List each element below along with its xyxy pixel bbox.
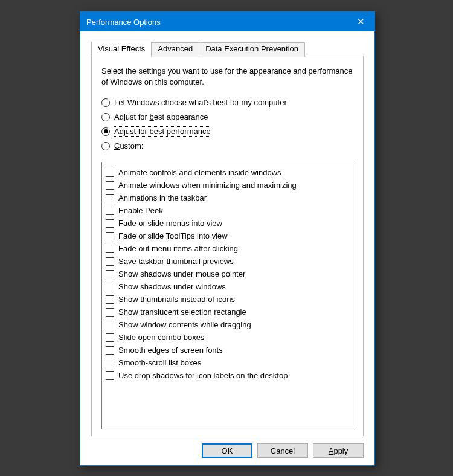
radio-best-appearance[interactable]: Adjust for best appearance	[101, 112, 353, 121]
client-area: Visual EffectsAdvancedData Execution Pre…	[80, 31, 374, 465]
list-item-label: Use drop shadows for icon labels on the …	[118, 371, 288, 380]
list-item[interactable]: Enable Peek	[106, 204, 349, 217]
list-item-label: Animations in the taskbar	[118, 193, 207, 202]
list-item-label: Smooth edges of screen fonts	[118, 346, 223, 355]
ok-button[interactable]: OK	[202, 443, 252, 458]
tab-strip: Visual EffectsAdvancedData Execution Pre…	[91, 41, 364, 56]
radio-icon	[101, 113, 110, 121]
list-item-label: Show thumbnails instead of icons	[118, 295, 235, 304]
checkbox-icon	[106, 219, 114, 228]
tab-data-execution-prevention[interactable]: Data Execution Prevention	[199, 42, 305, 57]
list-item[interactable]: Fade or slide ToolTips into view	[106, 230, 349, 242]
radio-icon	[101, 98, 110, 107]
checkbox-icon	[106, 283, 114, 291]
checkbox-icon	[106, 308, 114, 317]
radio-best-performance[interactable]: Adjust for best performance	[101, 127, 353, 136]
list-item-label: Save taskbar thumbnail previews	[118, 257, 234, 266]
list-item[interactable]: Animate windows when minimizing and maxi…	[106, 179, 349, 191]
list-item[interactable]: Show thumbnails instead of icons	[106, 293, 349, 306]
tabpanel-visual-effects: Select the settings you want to use for …	[91, 56, 364, 436]
checkbox-icon	[106, 321, 114, 329]
checkbox-icon	[106, 207, 114, 215]
performance-options-dialog: Performance Options ✕ Visual EffectsAdva…	[80, 11, 375, 466]
checkbox-icon	[106, 245, 114, 253]
radio-icon	[101, 142, 110, 150]
radio-label: Let Windows choose what's best for my co…	[114, 98, 287, 107]
list-item-label: Enable Peek	[118, 206, 163, 215]
checkbox-icon	[106, 270, 114, 278]
apply-label: Apply	[329, 446, 349, 455]
window-title: Performance Options	[80, 18, 161, 27]
list-item[interactable]: Save taskbar thumbnail previews	[106, 255, 349, 268]
close-button[interactable]: ✕	[347, 12, 374, 31]
list-item-label: Animate windows when minimizing and maxi…	[118, 181, 297, 190]
close-icon: ✕	[357, 16, 365, 27]
apply-button[interactable]: Apply	[313, 443, 364, 458]
list-item[interactable]: Smooth edges of screen fonts	[106, 344, 349, 356]
checkbox-icon	[106, 295, 114, 304]
list-item-label: Slide open combo boxes	[118, 333, 204, 342]
tab-label: Data Execution Prevention	[205, 44, 298, 53]
radio-icon	[101, 127, 110, 136]
checkbox-icon	[106, 232, 114, 240]
dialog-buttons: OK Cancel Apply	[91, 443, 364, 458]
list-item[interactable]: Show translucent selection rectangle	[106, 306, 349, 318]
list-item[interactable]: Smooth-scroll list boxes	[106, 356, 349, 369]
list-item[interactable]: Fade out menu items after clicking	[106, 242, 349, 255]
list-item[interactable]: Show window contents while dragging	[106, 318, 349, 331]
checkbox-icon	[106, 333, 114, 342]
effects-listbox[interactable]: Animate controls and elements inside win…	[101, 162, 353, 429]
list-item[interactable]: Show shadows under mouse pointer	[106, 268, 349, 280]
list-item-label: Smooth-scroll list boxes	[118, 358, 201, 367]
checkbox-icon	[106, 194, 114, 202]
list-item[interactable]: Fade or slide menus into view	[106, 217, 349, 230]
list-item-label: Show shadows under mouse pointer	[118, 269, 245, 278]
list-item-label: Show shadows under windows	[118, 282, 226, 291]
radio-label: Custom:	[114, 141, 143, 150]
list-item[interactable]: Animations in the taskbar	[106, 191, 349, 204]
list-item[interactable]: Use drop shadows for icon labels on the …	[106, 369, 349, 382]
radio-let-windows-choose[interactable]: Let Windows choose what's best for my co…	[101, 98, 353, 107]
tab-label: Visual Effects	[98, 44, 145, 53]
tab-visual-effects[interactable]: Visual Effects	[91, 42, 152, 56]
titlebar: Performance Options ✕	[80, 12, 374, 31]
checkbox-icon	[106, 181, 114, 190]
checkbox-icon	[106, 371, 114, 380]
radio-label: Adjust for best appearance	[114, 112, 208, 121]
list-item-label: Show translucent selection rectangle	[118, 307, 246, 317]
radio-custom[interactable]: Custom:	[101, 141, 353, 150]
list-item[interactable]: Animate controls and elements inside win…	[106, 166, 349, 179]
checkbox-icon	[106, 359, 114, 367]
checkbox-icon	[106, 346, 114, 355]
cancel-button[interactable]: Cancel	[257, 443, 308, 458]
list-item[interactable]: Slide open combo boxes	[106, 331, 349, 344]
list-item-label: Fade or slide menus into view	[118, 219, 222, 228]
list-item-label: Animate controls and elements inside win…	[118, 168, 281, 177]
intro-text: Select the settings you want to use for …	[101, 66, 353, 87]
list-item-label: Fade out menu items after clicking	[118, 244, 238, 253]
radio-label: Adjust for best performance	[114, 127, 211, 136]
tab-label: Advanced	[158, 44, 193, 53]
list-item[interactable]: Show shadows under windows	[106, 280, 349, 293]
checkbox-icon	[106, 169, 114, 177]
checkbox-icon	[106, 257, 114, 266]
radio-group: Let Windows choose what's best for my co…	[101, 98, 353, 156]
ok-label: OK	[222, 446, 233, 455]
tab-advanced[interactable]: Advanced	[151, 42, 199, 57]
list-item-label: Fade or slide ToolTips into view	[118, 231, 228, 240]
cancel-label: Cancel	[271, 446, 295, 455]
list-item-label: Show window contents while dragging	[118, 320, 251, 329]
